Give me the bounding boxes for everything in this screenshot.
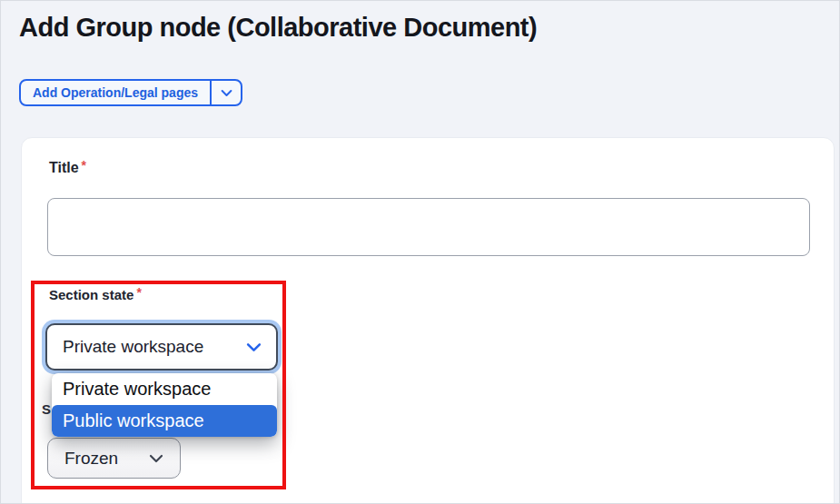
dropdown-option-public-workspace[interactable]: Public workspace [52, 405, 277, 437]
section-state-selected-value: Private workspace [63, 337, 203, 357]
obscured-field-label: S [42, 401, 51, 417]
form-card: Title* Section state* S Private workspac… [21, 137, 835, 504]
title-input[interactable] [47, 198, 810, 256]
chevron-down-icon [246, 342, 262, 352]
frozen-selected-value: Frozen [64, 449, 118, 469]
chevron-down-icon[interactable] [212, 81, 241, 104]
page-title: Add Group node (Collaborative Document) [19, 13, 537, 43]
page: { "page": { "title": "Add Group node (Co… [0, 0, 840, 504]
title-field-label: Title* [49, 160, 86, 176]
dropdown-option-private-workspace[interactable]: Private workspace [52, 373, 277, 405]
add-operation-legal-pages-label: Add Operation/Legal pages [21, 81, 210, 104]
add-operation-legal-pages-button[interactable]: Add Operation/Legal pages [19, 79, 242, 106]
title-label-text: Title [49, 160, 79, 175]
chevron-down-icon [149, 454, 163, 463]
required-asterisk: * [136, 285, 141, 300]
frozen-select[interactable]: Frozen [47, 438, 181, 479]
section-state-field-label: Section state* [49, 287, 142, 302]
section-state-dropdown-list: Private workspace Public workspace [52, 373, 277, 437]
required-asterisk: * [82, 158, 86, 173]
section-state-select[interactable]: Private workspace [45, 323, 278, 371]
section-state-label-text: Section state [49, 287, 133, 302]
